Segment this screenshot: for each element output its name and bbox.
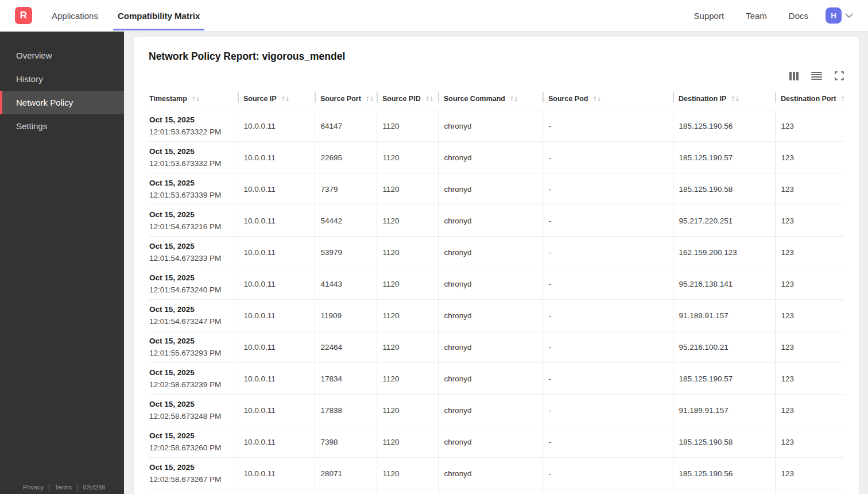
avatar-initial: H [831,11,836,20]
table-row[interactable]: Oct 15, 2025 12:01:53.673339 PM 10.0.0.1… [149,173,844,205]
cell-source-port: 64147 [315,110,377,142]
cell-source-pod: - [542,426,673,458]
table-row[interactable]: Oct 15, 2025 12:01:54.673233 PM 10.0.0.1… [149,237,844,268]
cell-destination-ip: 185.125.190.57 [673,363,775,395]
cell-source-pid: 1120 [377,173,438,205]
sidebar-item-settings[interactable]: Settings [0,114,124,138]
tab-compatibility-matrix[interactable]: Compatibility Matrix [113,0,204,31]
cell-timestamp: Oct 15, 2025 12:01:55.673293 PM [149,331,238,363]
cell-source-command: chronyd [438,268,542,300]
privacy-link[interactable]: Privacy [23,484,44,491]
cell-destination-port: 123 [775,237,844,268]
terms-link[interactable]: Terms [55,484,72,491]
cell-source-port: 28071 [315,458,377,489]
network-policy-table: Timestamp↑↓ Source IP↑↓ Source Port↑↓ So… [149,91,844,494]
rows-icon[interactable] [811,72,822,80]
table-row[interactable]: Oct 15, 2025 12:01:54.673216 PM 10.0.0.1… [149,205,844,237]
table-row[interactable]: Oct 15, 2025 12:01:54.673247 PM 10.0.0.1… [149,300,844,331]
cell-source-pod: - [542,363,673,395]
sidebar-item-overview[interactable]: Overview [0,44,124,67]
cell-source-pid: 1120 [377,237,438,268]
cell-destination-ip: 185.125.190.56 [673,458,775,489]
sidebar-item-network-policy[interactable]: Network Policy [0,91,124,114]
sidebar: Overview History Network Policy Settings… [0,31,124,494]
footer-separator: | [76,483,78,491]
footer-separator: | [48,483,50,491]
column-header-source-pid[interactable]: Source PID↑↓ [377,91,438,110]
table-row[interactable]: Oct 15, 2025 12:02:58.673260 PM 10.0.0.1… [149,426,844,458]
cell-timestamp: Oct 15, 2025 12:01:54.673216 PM [149,205,238,237]
build-version: 02cf266 [83,484,105,491]
column-header-source-ip[interactable]: Source IP↑↓ [238,91,315,110]
cell-destination-port: 123 [775,173,844,205]
user-avatar[interactable]: H [826,7,842,24]
sort-icon[interactable]: ↑↓ [840,95,844,103]
chevron-down-icon[interactable] [845,13,853,18]
cell-timestamp: Oct 15, 2025 12:02:58.673239 PM [149,363,238,395]
cell-source-pod: - [542,237,673,268]
sort-icon[interactable]: ↑↓ [592,95,600,103]
table-row[interactable]: Oct 15, 2025 12:01:55.673293 PM 10.0.0.1… [149,331,844,363]
table-row[interactable]: Oct 15, 2025 12:01:53.673322 PM 10.0.0.1… [149,110,844,142]
cell-source-pid: 1120 [377,300,438,331]
cell-source-command: chronyd [438,363,542,395]
cell-source-pod: - [542,173,673,205]
cell-source-pid: 1120 [377,458,438,489]
cell-destination-ip: 162.159.200.123 [673,237,775,268]
sort-icon[interactable]: ↑↓ [425,95,433,103]
fullscreen-icon[interactable] [835,71,844,80]
cell-destination-ip: 185.125.190.56 [673,110,775,142]
column-header-source-pod[interactable]: Source Pod↑↓ [542,91,673,110]
table-row[interactable]: Oct 15, 2025 12:02:58.673267 PM 10.0.0.1… [149,458,844,489]
cell-timestamp: Oct 15, 2025 12:01:53.673322 PM [149,110,238,142]
sort-icon[interactable]: ↑↓ [191,95,199,103]
cell-source-pod [542,489,673,494]
column-header-timestamp[interactable]: Timestamp↑↓ [149,91,238,110]
table-row[interactable]: Oct 15, 2025 [149,489,844,494]
navbar-right: Support Team Docs H [672,7,853,24]
cell-source-ip: 10.0.0.11 [238,205,315,237]
sort-icon[interactable]: ↑↓ [730,95,738,103]
cell-source-pod: - [542,142,673,173]
column-header-source-command[interactable]: Source Command↑↓ [438,91,542,110]
cell-source-command: chronyd [438,300,542,331]
cell-destination-port: 123 [775,363,844,395]
cell-timestamp: Oct 15, 2025 12:02:58.673267 PM [149,458,238,489]
nav-link-team[interactable]: Team [746,11,767,21]
cell-destination-ip [673,489,775,494]
cell-source-ip: 10.0.0.11 [238,363,315,395]
column-header-source-port[interactable]: Source Port↑↓ [315,91,377,110]
sort-icon[interactable]: ↑↓ [281,95,289,103]
cell-source-port: 41443 [315,268,377,300]
cell-source-ip: 10.0.0.11 [238,331,315,363]
table-row[interactable]: Oct 15, 2025 12:01:53.673332 PM 10.0.0.1… [149,142,844,173]
cell-source-pid: 1120 [377,331,438,363]
cell-source-command: chronyd [438,331,542,363]
cell-source-port: 7398 [315,426,377,458]
cell-source-port: 54442 [315,205,377,237]
table-row[interactable]: Oct 15, 2025 12:01:54.673240 PM 10.0.0.1… [149,268,844,300]
cell-timestamp: Oct 15, 2025 12:01:54.673240 PM [149,268,238,300]
sidebar-footer: Privacy | Terms | 02cf266 [23,483,105,491]
column-header-destination-port[interactable]: Destination Port↑↓ [775,91,844,110]
nav-link-docs[interactable]: Docs [789,11,808,21]
table-row[interactable]: Oct 15, 2025 12:02:58.673248 PM 10.0.0.1… [149,395,844,426]
columns-icon[interactable] [789,72,799,80]
page-title: Network Policy Report: vigorous_mendel [149,51,844,63]
app-logo[interactable]: R [15,7,32,24]
column-header-destination-ip[interactable]: Destination IP↑↓ [673,91,775,110]
cell-destination-ip: 95.216.100.21 [673,331,775,363]
sidebar-item-history[interactable]: History [0,67,124,91]
cell-source-ip: 10.0.0.11 [238,426,315,458]
table-row[interactable]: Oct 15, 2025 12:02:58.673239 PM 10.0.0.1… [149,363,844,395]
cell-source-pid: 1120 [377,110,438,142]
report-card: Network Policy Report: vigorous_mendel T… [134,37,859,494]
tab-applications[interactable]: Applications [47,0,103,31]
cell-source-pod: - [542,205,673,237]
sort-icon[interactable]: ↑↓ [509,95,517,103]
cell-source-pid [377,489,438,494]
sort-icon[interactable]: ↑↓ [365,95,373,103]
nav-link-support[interactable]: Support [694,11,724,21]
cell-source-command: chronyd [438,458,542,489]
cell-destination-port: 123 [775,110,844,142]
